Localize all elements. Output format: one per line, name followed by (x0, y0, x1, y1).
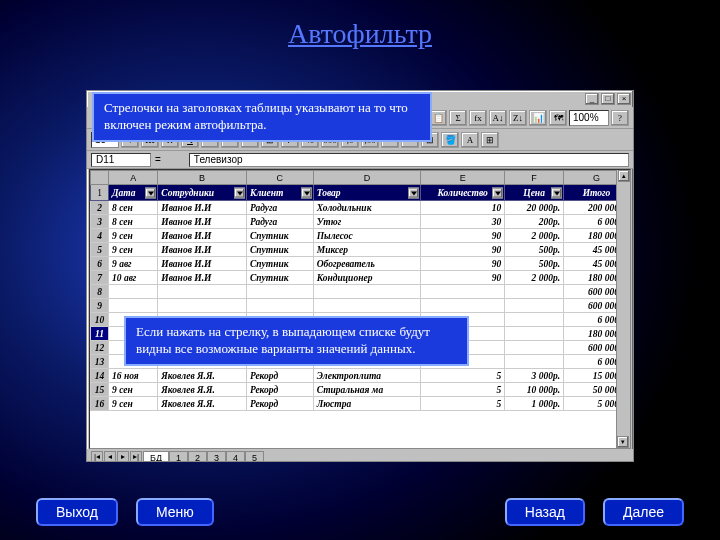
sheet-tab[interactable]: 5 (245, 451, 264, 463)
cell[interactable]: 9 сен (109, 397, 158, 411)
cell[interactable]: Рекорд (246, 369, 313, 383)
row-header[interactable]: 2 (91, 201, 109, 215)
row-header[interactable]: 9 (91, 299, 109, 313)
cell[interactable]: Утюг (313, 215, 421, 229)
cell[interactable]: 9 авг (109, 257, 158, 271)
cell[interactable]: 16 ноя (109, 369, 158, 383)
cell[interactable]: 90 (421, 229, 505, 243)
cell[interactable] (421, 299, 505, 313)
tab-last-icon[interactable]: ▸| (130, 451, 142, 462)
row-header[interactable]: 10 (91, 313, 109, 327)
cell[interactable] (505, 285, 564, 299)
cell[interactable] (109, 299, 158, 313)
cell[interactable] (246, 299, 313, 313)
cell[interactable]: 200р. (505, 215, 564, 229)
font-color-icon[interactable]: A (461, 132, 479, 148)
chart-icon[interactable]: 📊 (529, 110, 547, 126)
sheet-tab[interactable]: 4 (226, 451, 245, 463)
zoom-box[interactable]: 100% (569, 110, 609, 126)
sheet-tab[interactable]: 1 (169, 451, 188, 463)
cell[interactable]: Иванов И.И (158, 257, 247, 271)
exit-button[interactable]: Выход (36, 498, 118, 526)
name-box[interactable]: D11 (91, 153, 151, 167)
cell[interactable]: Яковлев Я.Я. (158, 369, 247, 383)
cell[interactable] (505, 341, 564, 355)
cell[interactable]: 500р. (505, 257, 564, 271)
cell[interactable]: Иванов И.И (158, 271, 247, 285)
cell[interactable]: Иванов И.И (158, 201, 247, 215)
cell[interactable]: 9 сен (109, 243, 158, 257)
help-icon[interactable]: ? (611, 110, 629, 126)
scroll-up-icon[interactable]: ▴ (618, 170, 630, 182)
cell[interactable]: 10 (421, 201, 505, 215)
cell[interactable]: Кондиционер (313, 271, 421, 285)
row-header[interactable]: 14 (91, 369, 109, 383)
toolbar-button[interactable]: fx (469, 110, 487, 126)
cell[interactable]: 90 (421, 243, 505, 257)
cell[interactable]: Холодильник (313, 201, 421, 215)
cell[interactable]: 1 000р. (505, 397, 564, 411)
row-header[interactable]: 1 (91, 185, 109, 201)
vertical-scrollbar[interactable]: ▴ ▾ (616, 170, 630, 448)
maximize-icon[interactable]: □ (601, 93, 615, 105)
cell[interactable] (158, 285, 247, 299)
back-button[interactable]: Назад (505, 498, 585, 526)
cell[interactable]: Спутник (246, 243, 313, 257)
row-header[interactable]: 5 (91, 243, 109, 257)
cell[interactable] (505, 327, 564, 341)
row-header[interactable]: 15 (91, 383, 109, 397)
cell[interactable]: Спутник (246, 257, 313, 271)
row-header[interactable]: 16 (91, 397, 109, 411)
cell[interactable]: Люстра (313, 397, 421, 411)
cell[interactable]: Электроплита (313, 369, 421, 383)
row-header[interactable]: 12 (91, 341, 109, 355)
row-header[interactable]: 7 (91, 271, 109, 285)
filter-arrow-icon[interactable] (301, 187, 312, 198)
cell[interactable]: 5 (421, 383, 505, 397)
cell[interactable]: 10 000р. (505, 383, 564, 397)
cell[interactable] (505, 299, 564, 313)
cell[interactable]: 8 сен (109, 201, 158, 215)
cell[interactable]: 2 000р. (505, 229, 564, 243)
col-header[interactable]: B (158, 171, 247, 185)
cell[interactable]: Обогреватель (313, 257, 421, 271)
cell[interactable]: Спутник (246, 271, 313, 285)
col-header[interactable]: A (109, 171, 158, 185)
cell[interactable]: Яковлев Я.Я. (158, 397, 247, 411)
fill-color-icon[interactable]: 🪣 (441, 132, 459, 148)
col-header[interactable]: C (246, 171, 313, 185)
cell[interactable] (158, 299, 247, 313)
toolbar-button[interactable]: A↓ (489, 110, 507, 126)
row-header[interactable]: 11 (91, 327, 109, 341)
row-header[interactable]: 13 (91, 355, 109, 369)
sheet-tab-active[interactable]: БД (143, 451, 169, 463)
cell[interactable]: 20 000р. (505, 201, 564, 215)
cell[interactable]: 9 сен (109, 229, 158, 243)
toolbar-button[interactable]: 🗺 (549, 110, 567, 126)
sheet-tab[interactable]: 3 (207, 451, 226, 463)
row-header[interactable]: 8 (91, 285, 109, 299)
cell[interactable]: 9 сен (109, 383, 158, 397)
cell[interactable]: Радуга (246, 201, 313, 215)
col-header[interactable]: F (505, 171, 564, 185)
filter-arrow-icon[interactable] (551, 187, 562, 198)
cell[interactable]: Миксер (313, 243, 421, 257)
tab-prev-icon[interactable]: ◂ (104, 451, 116, 462)
cell[interactable]: Рекорд (246, 397, 313, 411)
close-icon[interactable]: × (617, 93, 631, 105)
cell[interactable]: 10 авг (109, 271, 158, 285)
cell[interactable]: 30 (421, 215, 505, 229)
select-all-corner[interactable] (91, 171, 109, 185)
cell[interactable]: Яковлев Я.Я. (158, 383, 247, 397)
formula-input[interactable]: Телевизор (189, 153, 629, 167)
cell[interactable]: 2 000р. (505, 271, 564, 285)
tab-next-icon[interactable]: ▸ (117, 451, 129, 462)
row-header[interactable]: 3 (91, 215, 109, 229)
row-header[interactable]: 6 (91, 257, 109, 271)
cell[interactable]: Спутник (246, 229, 313, 243)
cell[interactable]: Стиральная ма (313, 383, 421, 397)
cell[interactable] (505, 355, 564, 369)
toolbar-button[interactable]: Z↓ (509, 110, 527, 126)
sheet-tab[interactable]: 2 (188, 451, 207, 463)
menu-button[interactable]: Меню (136, 498, 214, 526)
